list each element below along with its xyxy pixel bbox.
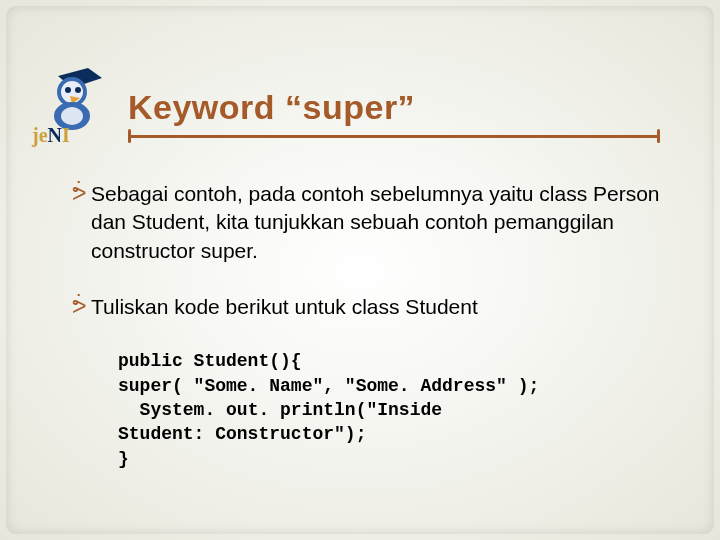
slide-title: Keyword “super”: [128, 88, 660, 127]
svg-point-5: [65, 87, 71, 93]
code-block: public Student(){ super( "Some. Name", "…: [118, 349, 660, 470]
bullet-item: ᕘ Tuliskan kode berikut untuk class Stud…: [72, 293, 660, 321]
slide-content: ᕘ Sebagai contoh, pada contoh sebelumnya…: [72, 180, 660, 471]
svg-point-9: [61, 107, 83, 125]
title-area: Keyword “super”: [128, 88, 660, 139]
svg-text:jeNI: jeNI: [31, 124, 70, 147]
bullet-glyph-icon: ᕘ: [72, 180, 87, 207]
jeni-logo: jeNI: [28, 58, 118, 148]
bullet-item: ᕘ Sebagai contoh, pada contoh sebelumnya…: [72, 180, 660, 265]
title-underline: [128, 133, 660, 139]
bullet-text: Sebagai contoh, pada contoh sebelumnya y…: [91, 180, 660, 265]
bullet-glyph-icon: ᕘ: [72, 293, 87, 320]
svg-point-6: [75, 87, 81, 93]
bullet-text: Tuliskan kode berikut untuk class Studen…: [91, 293, 478, 321]
